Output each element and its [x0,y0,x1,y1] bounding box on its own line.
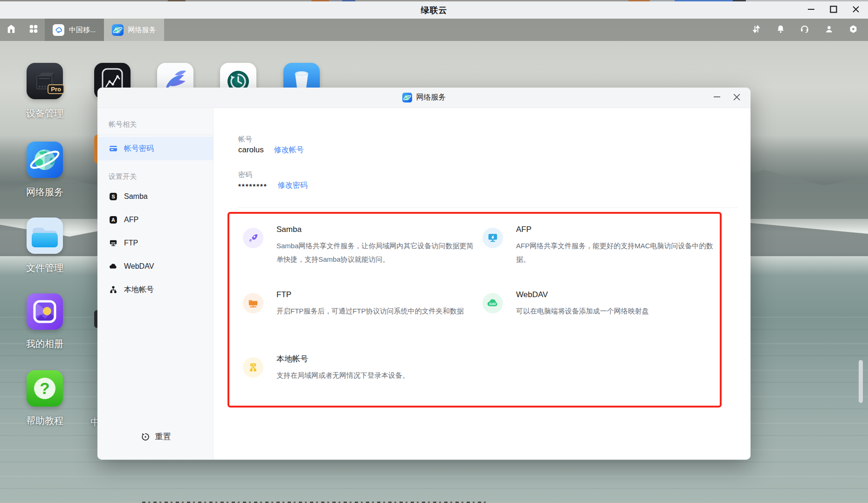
id-card-icon [109,144,118,153]
service-text: AFP AFP网络共享文件服务，能更好的支持MAC电脑访问设备中的数据。 [516,224,718,266]
minimize-icon [713,93,721,102]
app-grid-button[interactable] [22,19,45,41]
maximize-button[interactable] [828,5,839,16]
service-desc: AFP网络共享文件服务，能更好的支持MAC电脑访问设备中的数据。 [516,239,718,266]
service-text: 本地帐号 支持在局域网或者无网情况下登录本设备。 [276,354,479,382]
china-mobile-cloud-icon [53,24,64,36]
window-title: 绿联云 [421,5,448,16]
service-desc: 开启FTP服务后，可通过FTP协议访问系统中的文件夹和数据 [276,304,479,318]
transfer-button[interactable] [747,19,765,41]
reset-label: 重置 [155,431,171,442]
modify-account-link[interactable]: 修改帐号 [274,145,304,155]
service-text: Samba Samba网络共享文件服务，让你局域网内其它设备访问数据更简单快捷，… [276,224,479,266]
dialog-title: 网络服务 [416,93,446,102]
service-name: Samba [276,224,479,235]
bell-icon [776,24,785,36]
tab-label: 网络服务 [128,26,156,34]
notifications-button[interactable] [771,19,790,41]
sidebar-item-label: AFP [124,216,138,224]
sidebar-item-ftp[interactable]: FTP [97,231,213,255]
file-manager-icon [27,218,63,254]
app-grid-icon [28,24,39,36]
sidebar-switch-list: S Samba A AFP FTP WebDAV 本地帐号 [97,185,213,301]
network-service-dialog: 网络服务 帐号相关 帐号密码 设置开关 S Samba [97,88,751,460]
desktop-icon-file-manager[interactable]: 文件管理 [27,218,63,254]
dialog-scrollbar-thumb[interactable] [859,360,863,403]
service-name: 本地帐号 [276,354,479,364]
desktop-icon-label: 文件管理 [26,262,63,274]
network-service-icon [27,142,63,178]
desktop-icon-label: 我的相册 [26,338,63,350]
desktop-icon-network-service[interactable]: 网络服务 [27,142,63,178]
mac-monitor-icon [482,228,503,248]
content-divider [238,207,738,208]
tab-china-mobile[interactable]: 中国移... [45,19,104,41]
topology-icon [243,357,263,378]
transfer-icon [751,24,761,36]
network-service-icon [402,93,412,102]
minimize-button[interactable] [806,5,817,16]
folder-network-icon [243,293,263,313]
photo-album-icon [27,293,63,330]
sidebar-item-label: Samba [124,192,148,201]
svg-text:S: S [111,194,115,199]
maximize-icon [829,5,838,15]
svg-text:?: ? [40,379,49,397]
ftp-monitor-icon [109,238,118,248]
sidebar-item-account-password[interactable]: 帐号密码 [97,137,213,160]
service-card-ftp: FTP 开启FTP服务后，可通过FTP协议访问系统中的文件夹和数据 [243,290,479,318]
close-icon [733,93,741,103]
settings-button[interactable] [844,19,862,41]
service-card-local-account: 本地帐号 支持在局域网或者无网情况下登录本设备。 [243,354,479,382]
sidebar-item-webdav[interactable]: WebDAV [97,255,213,278]
samba-icon: S [109,192,118,201]
sidebar-item-label: 本地帐号 [124,285,154,295]
user-icon [824,24,834,36]
tab-network-service[interactable]: 网络服务 [104,19,164,41]
desktop-icon-device-manager[interactable]: Pro 设备管理 [27,63,63,99]
home-button[interactable] [0,19,22,41]
window-controls [806,1,861,19]
sidebar-item-samba[interactable]: S Samba [97,185,213,208]
tabbar-right-icons [747,19,868,41]
sidebar-section-account: 帐号相关 [109,120,213,129]
service-card-webdav: DAV WebDAV 可以在电脑端将设备添加成一个网络映射盘 [482,290,718,318]
password-value: ******** [238,182,268,190]
password-label: 密码 [238,170,252,179]
afp-icon: A [109,215,118,224]
service-name: WebDAV [516,290,718,300]
service-text: WebDAV 可以在电脑端将设备添加成一个网络映射盘 [516,290,718,318]
minimize-icon [807,5,815,15]
dialog-minimize-button[interactable] [710,88,723,108]
tab-label: 中国移... [69,26,96,34]
dialog-close-button[interactable] [730,88,743,108]
desktop-icon-label: 设备管理 [26,107,63,120]
sidebar-section-switch: 设置开关 [109,172,213,181]
service-name: FTP [276,290,479,300]
sidebar-item-local-account[interactable]: 本地帐号 [97,278,213,301]
support-button[interactable] [795,19,814,41]
sidebar-divider [97,135,213,135]
service-desc: Samba网络共享文件服务，让你局域网内其它设备访问数据更简单快捷，支持Samb… [276,239,479,266]
account-label: 帐号 [238,135,252,144]
screen: 绿联云 中国移... 网络服务 [0,0,868,503]
home-icon [6,24,16,36]
desktop-icon-label: 帮助教程 [26,415,63,427]
app-tabbar: 中国移... 网络服务 [0,19,868,41]
user-button[interactable] [820,19,838,41]
account-value: carolus [238,145,264,155]
desktop-icon-help-tutorial[interactable]: ? 帮助教程 [27,370,63,407]
modify-password-link[interactable]: 修改密码 [278,181,308,190]
desktop-icon-photo-album[interactable]: 我的相册 [27,293,63,330]
password-row: ******** 修改密码 [238,181,308,190]
pro-badge: Pro [48,84,64,94]
dialog-main: 帐号 carolus 修改帐号 密码 ******** 修改密码 Samba [214,108,751,460]
headset-icon [799,24,810,36]
sidebar-item-afp[interactable]: A AFP [97,208,213,231]
sidebar-item-label: WebDAV [124,262,154,271]
sidebar-item-label: 帐号密码 [124,144,154,154]
close-button[interactable] [850,5,861,16]
local-account-icon [109,285,118,294]
service-desc: 支持在局域网或者无网情况下登录本设备。 [276,368,479,382]
reset-button[interactable]: 重置 [97,431,214,442]
